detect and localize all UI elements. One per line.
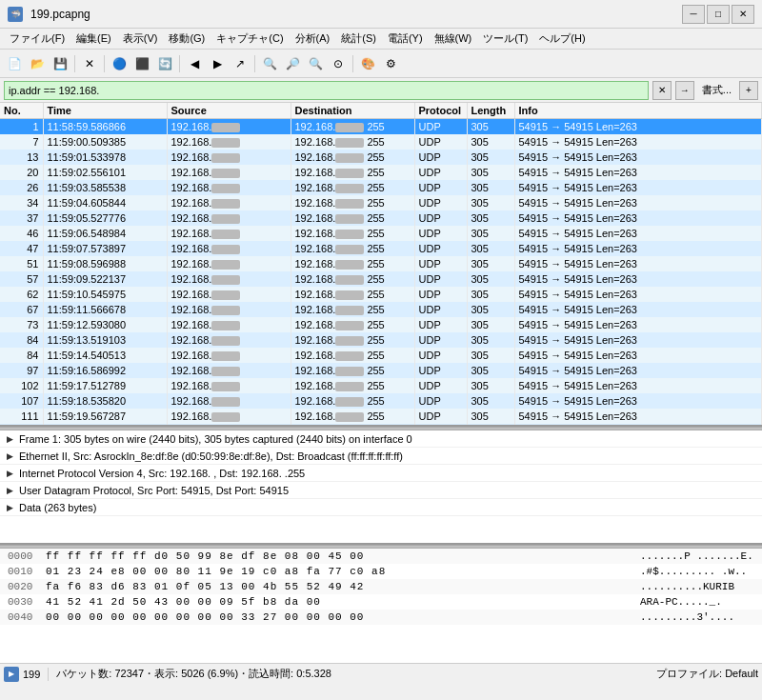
cell-src: 192.168.: [167, 256, 291, 271]
menu-item-T[interactable]: ツール(T): [477, 30, 533, 48]
cell-proto: UDP: [414, 409, 467, 424]
col-header-protocol[interactable]: Protocol: [414, 103, 467, 119]
open-button[interactable]: 📂: [27, 53, 48, 74]
col-header-time[interactable]: Time: [43, 103, 167, 119]
cell-no: 37: [0, 210, 43, 226]
menu-item-W[interactable]: 無線(W): [429, 30, 478, 48]
col-header-source[interactable]: Source: [167, 103, 291, 119]
start-capture-button[interactable]: 🔵: [109, 53, 130, 74]
zoom-in-button[interactable]: 🔎: [282, 53, 303, 74]
hex-dump: 0000ff ff ff ff ff d0 50 99 8e df 8e 08 …: [0, 549, 762, 663]
table-row[interactable]: 51 11:59:08.596988 192.168. 192.168. 255…: [0, 256, 762, 271]
table-row[interactable]: 102 11:59:17.512789 192.168. 192.168. 25…: [0, 378, 762, 393]
detail-item[interactable]: ▶Frame 1: 305 bytes on wire (2440 bits),…: [0, 430, 762, 448]
cell-no: 97: [0, 363, 43, 378]
table-row[interactable]: 97 11:59:16.586992 192.168. 192.168. 255…: [0, 363, 762, 378]
menu-item-E[interactable]: 編集(E): [70, 30, 117, 48]
save-button[interactable]: 💾: [50, 53, 70, 74]
zoom-out-button[interactable]: 🔍: [305, 53, 326, 74]
col-header-destination[interactable]: Destination: [291, 103, 414, 119]
cell-info: 54915 → 54915 Len=263: [514, 409, 762, 424]
col-header-no[interactable]: No.: [0, 103, 43, 119]
cell-dst: 192.168. 255: [291, 317, 414, 332]
detail-text: User Datagram Protocol, Src Port: 54915,…: [19, 485, 758, 496]
table-row[interactable]: 13 11:59:01.533978 192.168. 192.168. 255…: [0, 150, 762, 165]
table-row[interactable]: 73 11:59:12.593080 192.168. 192.168. 255…: [0, 317, 762, 332]
cell-src: 192.168.: [167, 150, 291, 165]
status-text: パケット数: 72347・表示: 5026 (6.9%)・読込時間: 0:5.3…: [56, 667, 331, 681]
find-button[interactable]: 🔍: [259, 53, 280, 74]
hex-bytes: fa f6 83 d6 83 01 0f 05 13 00 4b 55 52 4…: [46, 581, 632, 592]
table-row[interactable]: 1 11:58:59.586866 192.168. 192.168. 255 …: [0, 119, 762, 134]
table-row[interactable]: 7 11:59:00.509385 192.168. 192.168. 255 …: [0, 134, 762, 150]
cell-len: 305: [467, 287, 514, 302]
restart-capture-button[interactable]: 🔄: [154, 53, 175, 74]
prefs-button[interactable]: ⚙: [380, 53, 401, 74]
minimize-button[interactable]: ─: [682, 5, 705, 24]
table-row[interactable]: 20 11:59:02.556101 192.168. 192.168. 255…: [0, 165, 762, 180]
table-row[interactable]: 26 11:59:03.585538 192.168. 192.168. 255…: [0, 180, 762, 195]
expand-icon: ▶: [4, 450, 15, 462]
filter-clear-button[interactable]: ✕: [652, 81, 672, 100]
cell-src: 192.168.: [167, 317, 291, 332]
table-row[interactable]: 46 11:59:06.548984 192.168. 192.168. 255…: [0, 226, 762, 241]
col-header-info[interactable]: Info: [514, 103, 762, 119]
table-row[interactable]: 34 11:59:04.605844 192.168. 192.168. 255…: [0, 195, 762, 210]
cell-src: 192.168.: [167, 409, 291, 424]
menu-item-C[interactable]: キャプチャ(C): [211, 30, 289, 48]
colorize-button[interactable]: 🎨: [357, 53, 378, 74]
stop-capture-button[interactable]: ⬛: [131, 53, 152, 74]
new-file-button[interactable]: 📄: [4, 53, 25, 74]
status-filename: 199: [23, 669, 40, 680]
table-row[interactable]: 67 11:59:11.566678 192.168. 192.168. 255…: [0, 302, 762, 317]
table-row[interactable]: 57 11:59:09.522137 192.168. 192.168. 255…: [0, 271, 762, 287]
cell-proto: UDP: [414, 393, 467, 409]
menu-item-S[interactable]: 統計(S): [335, 30, 382, 48]
menu-item-G[interactable]: 移動(G): [163, 30, 211, 48]
cell-time: 11:59:01.533978: [43, 150, 167, 165]
menu-item-Y[interactable]: 電話(Y): [382, 30, 429, 48]
detail-item[interactable]: ▶Internet Protocol Version 4, Src: 192.1…: [0, 465, 762, 482]
close-capture-button[interactable]: ✕: [79, 53, 100, 74]
table-row[interactable]: 107 11:59:18.535820 192.168. 192.168. 25…: [0, 393, 762, 409]
cell-no: 73: [0, 317, 43, 332]
cell-time: 11:59:06.548984: [43, 226, 167, 241]
hex-row: 003041 52 41 2d 50 43 00 00 09 5f b8 da …: [0, 594, 762, 610]
add-filter-button[interactable]: +: [739, 81, 758, 100]
col-header-length[interactable]: Length: [467, 103, 514, 119]
close-button[interactable]: ✕: [732, 5, 754, 24]
menu-item-H[interactable]: ヘルプ(H): [533, 30, 591, 48]
hex-row: 0000ff ff ff ff ff d0 50 99 8e df 8e 08 …: [0, 549, 762, 564]
back-button[interactable]: ◀: [184, 53, 205, 74]
zoom-reset-button[interactable]: ⊙: [328, 53, 349, 74]
table-row[interactable]: 37 11:59:05.527776 192.168. 192.168. 255…: [0, 210, 762, 226]
forward-button[interactable]: ▶: [207, 53, 228, 74]
menu-item-F[interactable]: ファイル(F): [4, 30, 70, 48]
cell-no: 102: [0, 378, 43, 393]
maximize-button[interactable]: □: [707, 5, 730, 24]
cell-dst: 192.168. 255: [291, 119, 414, 134]
cell-dst: 192.168. 255: [291, 195, 414, 210]
detail-item[interactable]: ▶User Datagram Protocol, Src Port: 54915…: [0, 482, 762, 499]
cell-proto: UDP: [414, 363, 467, 378]
detail-item[interactable]: ▶Data (263 bytes): [0, 499, 762, 516]
table-row[interactable]: 111 11:59:19.567287 192.168. 192.168. 25…: [0, 409, 762, 424]
cell-time: 11:59:08.596988: [43, 256, 167, 271]
goto-button[interactable]: ↗: [230, 53, 251, 74]
cell-no: 34: [0, 195, 43, 210]
cell-info: 54915 → 54915 Len=263: [514, 302, 762, 317]
cell-info: 54915 → 54915 Len=263: [514, 150, 762, 165]
detail-text: Data (263 bytes): [19, 502, 758, 513]
hex-row: 001001 23 24 e8 00 00 80 11 9e 19 c0 a8 …: [0, 564, 762, 579]
cell-proto: UDP: [414, 317, 467, 332]
detail-item[interactable]: ▶Ethernet II, Src: AsrockIn_8e:df:8e (d0…: [0, 448, 762, 465]
cell-proto: UDP: [414, 287, 467, 302]
filter-input[interactable]: [4, 81, 649, 100]
filter-apply-button[interactable]: →: [675, 81, 694, 100]
table-row[interactable]: 62 11:59:10.545975 192.168. 192.168. 255…: [0, 287, 762, 302]
menu-item-V[interactable]: 表示(V): [117, 30, 164, 48]
menu-item-A[interactable]: 分析(A): [290, 30, 336, 48]
table-row[interactable]: 84 11:59:13.519103 192.168. 192.168. 255…: [0, 332, 762, 348]
table-row[interactable]: 84 11:59:14.540513 192.168. 192.168. 255…: [0, 348, 762, 363]
table-row[interactable]: 47 11:59:07.573897 192.168. 192.168. 255…: [0, 241, 762, 256]
